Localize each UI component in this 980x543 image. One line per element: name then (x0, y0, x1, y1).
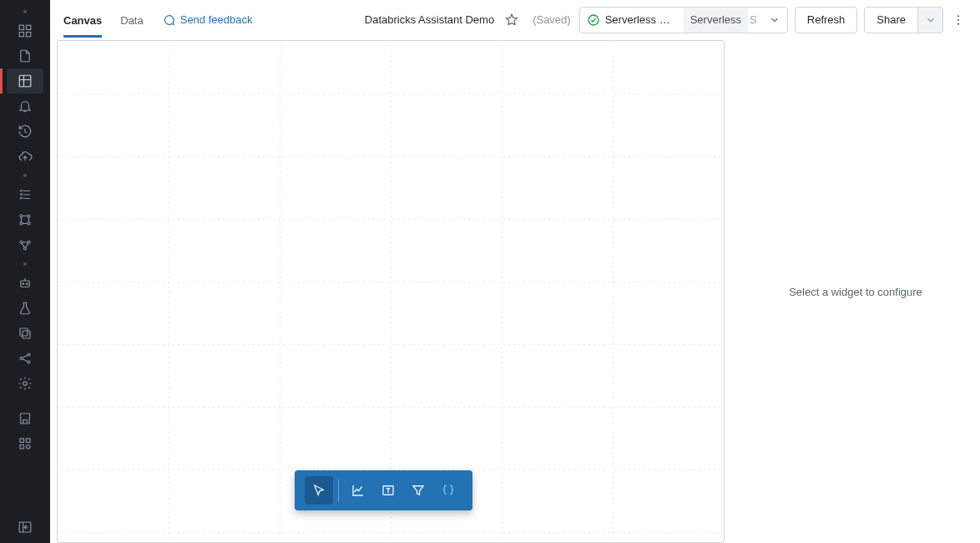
nav-experiments[interactable] (7, 296, 43, 321)
svg-point-20 (23, 382, 28, 386)
svg-rect-23 (20, 445, 24, 449)
svg-rect-1 (27, 25, 31, 29)
apps-icon (18, 436, 33, 451)
pointer-tool[interactable] (305, 476, 333, 505)
svg-rect-2 (19, 33, 23, 37)
rail-separator (23, 174, 27, 177)
nav-settings[interactable] (7, 371, 43, 396)
svg-point-13 (23, 283, 24, 285)
compute-status-label: Serverless Sta… (605, 13, 677, 26)
nav-alerts[interactable] (7, 94, 43, 119)
grid-icon (18, 74, 33, 89)
connections-icon (18, 212, 33, 227)
braces-icon (441, 483, 456, 498)
toolbar-separator (338, 480, 339, 501)
nav-cloud-up[interactable] (7, 144, 43, 169)
cursor-icon (311, 483, 326, 498)
tab-data[interactable]: Data (120, 3, 143, 37)
add-code[interactable] (434, 476, 462, 505)
nav-tasks[interactable] (7, 182, 43, 207)
compute-selector[interactable]: Serverless Sta… Serverless S (579, 7, 788, 33)
chevron-down-icon (925, 14, 937, 26)
nav-history[interactable] (7, 119, 43, 144)
rail-separator (23, 10, 27, 13)
page-title[interactable]: Databricks Assistant Demo (365, 13, 494, 26)
cloud-up-icon (18, 149, 33, 164)
flask-icon (18, 301, 33, 316)
stacks-icon (18, 326, 33, 341)
svg-point-28 (957, 18, 959, 20)
nav-grid[interactable] (7, 69, 43, 94)
chart-line-icon (351, 483, 366, 498)
star-icon (504, 13, 519, 28)
favorite-toggle[interactable] (504, 13, 519, 28)
file-icon (18, 48, 33, 63)
share-dropdown[interactable] (918, 7, 943, 33)
rail-separator (23, 262, 27, 266)
svg-rect-33 (169, 41, 724, 542)
svg-point-11 (24, 247, 27, 250)
compute-dropdown-arrow[interactable] (762, 8, 787, 33)
chevron-down-icon (769, 14, 780, 26)
nav-pipelines[interactable] (7, 232, 43, 257)
svg-point-18 (28, 353, 30, 356)
nav-dashboard[interactable] (7, 18, 43, 43)
topbar: Canvas Data Send feedback Databricks Ass… (50, 0, 980, 40)
history-icon (18, 124, 33, 139)
nav-connections[interactable] (7, 207, 43, 232)
widget-config-panel: Select a widget to configure (731, 40, 980, 543)
compute-kind-label: Serverless (684, 8, 748, 33)
share-button[interactable]: Share (864, 7, 918, 33)
compute-badge: S (748, 8, 762, 33)
svg-rect-16 (23, 331, 30, 338)
svg-point-6 (28, 215, 30, 217)
page-tabs: Canvas Data (63, 3, 144, 37)
tab-canvas[interactable]: Canvas (63, 3, 102, 37)
add-text[interactable] (374, 476, 402, 505)
bell-icon (18, 99, 33, 114)
svg-rect-0 (19, 25, 23, 29)
svg-point-24 (27, 445, 31, 449)
svg-point-10 (28, 241, 30, 244)
more-menu[interactable] (947, 13, 970, 27)
refresh-button[interactable]: Refresh (795, 7, 858, 33)
comment-icon (162, 13, 175, 27)
share-nodes-icon (18, 351, 33, 366)
left-nav-rail (0, 0, 50, 543)
nav-models[interactable] (7, 271, 43, 296)
add-chart[interactable] (344, 476, 372, 505)
right-panel-placeholder: Select a widget to configure (789, 286, 922, 298)
tasks-icon (18, 187, 33, 202)
svg-point-27 (957, 15, 959, 17)
gear-icon (18, 376, 33, 391)
svg-point-19 (28, 361, 30, 363)
dashboard-icon (18, 23, 33, 38)
svg-rect-12 (21, 281, 30, 287)
nav-collapse[interactable] (7, 515, 43, 540)
text-block-icon (381, 483, 396, 498)
nav-apps[interactable] (7, 431, 43, 456)
svg-point-26 (589, 15, 599, 25)
kebab-icon (952, 13, 965, 27)
svg-point-29 (957, 23, 959, 24)
svg-rect-15 (20, 328, 28, 336)
pipelines-icon (18, 237, 33, 252)
svg-point-8 (28, 222, 30, 225)
nav-stacks[interactable] (7, 321, 43, 346)
nav-share-nodes[interactable] (7, 346, 43, 371)
svg-point-9 (20, 241, 23, 244)
nav-file[interactable] (7, 43, 43, 69)
canvas-toolbar (295, 470, 472, 510)
nav-store[interactable] (7, 406, 43, 431)
feedback-label: Send feedback (180, 13, 253, 26)
add-filter[interactable] (404, 476, 432, 505)
svg-rect-3 (27, 33, 31, 37)
funnel-icon (411, 483, 426, 498)
robot-icon (18, 276, 33, 291)
svg-point-7 (20, 222, 23, 225)
svg-rect-4 (19, 75, 31, 87)
send-feedback-link[interactable]: Send feedback (162, 13, 253, 27)
canvas-area[interactable] (57, 40, 725, 543)
svg-point-14 (27, 283, 28, 285)
store-icon (18, 411, 33, 426)
